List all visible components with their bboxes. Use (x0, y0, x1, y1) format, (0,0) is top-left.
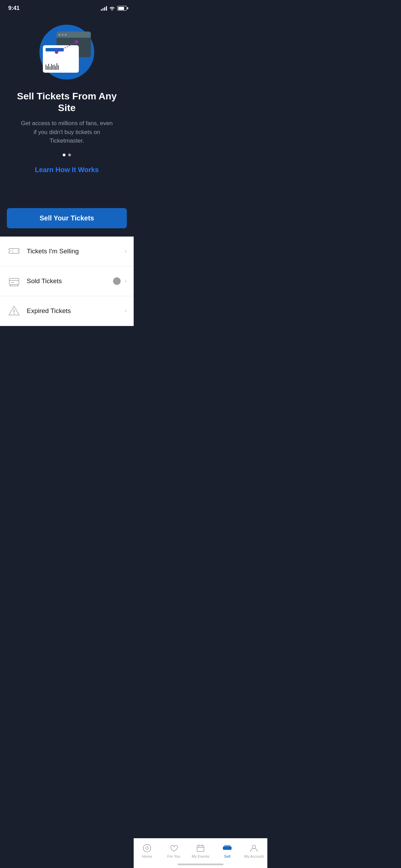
expired-tickets-chevron: › (125, 307, 127, 314)
sell-button-section: Sell Your Tickets (0, 201, 134, 237)
sold-tickets-chevron: › (125, 277, 127, 285)
tickets-selling-icon (7, 244, 21, 258)
hero-section: Sell Tickets From Any Site Get access to… (0, 14, 134, 201)
expired-tickets-label: Expired Tickets (27, 307, 125, 315)
arrow-icon (53, 38, 81, 56)
status-icons (101, 6, 127, 11)
expired-tickets-item[interactable]: Expired Tickets › (0, 296, 134, 326)
hero-subtitle: Get access to millions of fans, even if … (19, 119, 115, 145)
hero-title: Sell Tickets From Any Site (12, 91, 122, 113)
svg-point-2 (75, 40, 78, 44)
sell-illustration (39, 25, 94, 80)
tickets-selling-item[interactable]: Tickets I'm Selling › (0, 237, 134, 266)
sold-tickets-badge (113, 277, 121, 285)
dot-1 (63, 154, 65, 156)
svg-line-1 (58, 43, 75, 51)
status-bar: 9:41 (0, 0, 134, 14)
tickets-selling-label: Tickets I'm Selling (27, 248, 125, 255)
wifi-icon (109, 6, 115, 11)
status-time: 9:41 (8, 5, 20, 12)
svg-point-8 (14, 313, 15, 314)
signal-icon (101, 6, 107, 11)
expired-tickets-icon (7, 304, 21, 318)
battery-icon (117, 6, 127, 11)
sell-tickets-button[interactable]: Sell Your Tickets (7, 208, 127, 228)
sold-tickets-item[interactable]: Sold Tickets › (0, 266, 134, 296)
list-section: Tickets I'm Selling › Sold Tickets › (0, 237, 134, 326)
svg-rect-4 (9, 278, 19, 285)
tickets-selling-chevron: › (125, 248, 127, 255)
pagination-dots (63, 154, 71, 156)
sold-tickets-label: Sold Tickets (27, 277, 113, 285)
dot-2 (68, 154, 71, 156)
sold-tickets-icon (7, 274, 21, 288)
learn-how-link[interactable]: Learn How It Works (35, 166, 99, 174)
svg-point-0 (55, 50, 58, 54)
